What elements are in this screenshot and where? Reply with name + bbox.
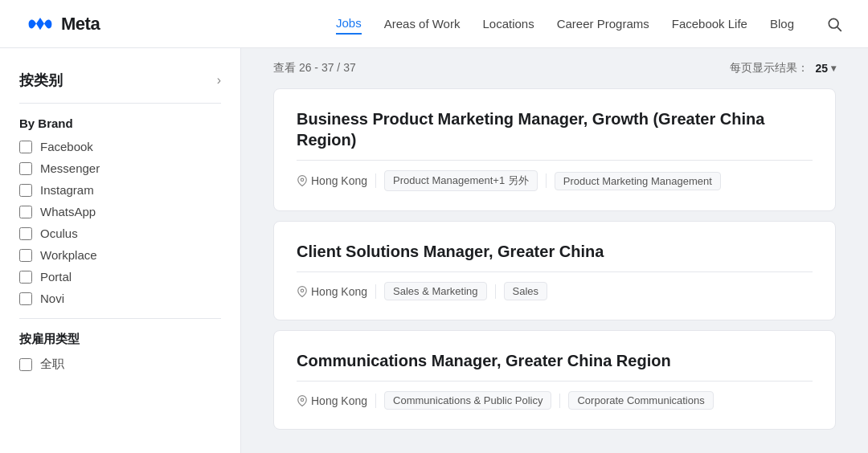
search-icon [826,16,842,32]
location-icon-0 [297,175,308,186]
by-brand-title: By Brand [19,116,221,130]
job-tag-1-1: Sales [504,282,548,300]
nav-blog[interactable]: Blog [770,14,794,34]
per-page-control: 每页显示结果： 25 ▾ [730,61,836,76]
svg-point-0 [829,18,838,28]
chevron-right-icon[interactable]: › [217,73,221,88]
svg-point-4 [301,398,304,402]
sidebar-divider-mid [19,318,221,319]
brand-whatsapp-checkbox[interactable] [19,206,32,218]
job-title-0: Business Product Marketing Manager, Grow… [297,108,813,150]
job-meta-2: Hong Kong Communications & Public Policy… [297,391,813,410]
job-card-2[interactable]: Communications Manager, Greater China Re… [273,330,836,430]
main-content: 查看 26 - 37 / 37 每页显示结果： 25 ▾ Business Pr… [241,48,868,453]
results-viewing: 查看 26 - 37 / 37 [273,61,356,76]
job-location-2: Hong Kong [297,394,367,407]
brand-whatsapp-label: WhatsApp [40,205,96,218]
job-card-1[interactable]: Client Solutions Manager, Greater China … [273,221,836,320]
brand-instagram-checkbox[interactable] [19,184,32,197]
location-icon-1 [297,286,308,297]
job-divider-1 [297,271,813,272]
job-title-2: Communications Manager, Greater China Re… [297,350,813,371]
job-tag-2-0: Communications & Public Policy [384,391,551,410]
per-page-value: 25 [815,62,828,75]
brand-oculus[interactable]: Oculus [19,226,221,240]
page-layout: 按类别 › By Brand Facebook Messenger Instag… [0,48,868,453]
nav-jobs[interactable]: Jobs [336,13,362,35]
job-divider-2 [297,381,813,382]
nav-facebook-life[interactable]: Facebook Life [672,14,747,34]
job-card-0[interactable]: Business Product Marketing Manager, Grow… [273,88,836,211]
employment-type-title: 按雇用类型 [19,332,221,347]
results-bar: 查看 26 - 37 / 37 每页显示结果： 25 ▾ [273,61,836,76]
brand-instagram-label: Instagram [40,183,94,197]
per-page-label: 每页显示结果： [730,61,809,76]
meta-sep-0a [375,173,376,188]
brand-workplace[interactable]: Workplace [19,248,221,262]
brand-workplace-label: Workplace [40,248,97,262]
brand-portal-label: Portal [40,270,72,284]
per-page-select[interactable]: 25 ▾ [815,62,836,75]
brand-novi-checkbox[interactable] [19,292,32,305]
employment-fulltime-checkbox[interactable] [19,358,32,371]
chevron-down-icon: ▾ [831,63,836,74]
meta-sep-2b [559,394,560,408]
brand-whatsapp[interactable]: WhatsApp [19,205,221,218]
brand-portal-checkbox[interactable] [19,271,32,284]
brand-novi-label: Novi [40,292,64,305]
job-tag-0-1: Product Marketing Management [555,172,721,190]
employment-fulltime[interactable]: 全职 [19,357,221,372]
site-header: Meta Jobs Areas of Work Locations Career… [0,0,868,48]
main-nav: Jobs Areas of Work Locations Career Prog… [336,13,842,35]
sidebar-divider-top [19,103,221,104]
nav-career-programs[interactable]: Career Programs [557,14,649,34]
sidebar-section-header: 按类别 › [19,71,221,90]
brand-messenger[interactable]: Messenger [19,161,221,175]
job-location-text-1: Hong Kong [311,285,367,298]
sidebar: 按类别 › By Brand Facebook Messenger Instag… [0,48,241,453]
logo-text: Meta [61,14,100,35]
search-button[interactable] [826,16,842,32]
brand-workplace-checkbox[interactable] [19,249,32,262]
brand-messenger-label: Messenger [40,161,100,175]
nav-locations[interactable]: Locations [482,14,534,34]
meta-sep-1a [375,284,376,299]
meta-sep-1b [495,284,496,299]
brand-oculus-checkbox[interactable] [19,227,32,240]
svg-line-1 [837,27,841,31]
brand-portal[interactable]: Portal [19,270,221,284]
job-title-1: Client Solutions Manager, Greater China [297,241,813,262]
brand-facebook-label: Facebook [40,140,93,153]
job-tag-0-0: Product Management+1 另外 [384,170,538,191]
meta-logo-icon [26,15,55,33]
brand-novi[interactable]: Novi [19,292,221,305]
location-icon-2 [297,395,308,406]
job-location-0: Hong Kong [297,174,367,187]
job-location-1: Hong Kong [297,285,367,298]
brand-oculus-label: Oculus [40,226,78,240]
brand-facebook-checkbox[interactable] [19,141,32,153]
job-divider-0 [297,160,813,161]
brand-instagram[interactable]: Instagram [19,183,221,197]
job-meta-0: Hong Kong Product Management+1 另外 Produc… [297,170,813,191]
meta-sep-2a [375,394,376,408]
svg-point-2 [301,178,304,182]
job-tag-1-0: Sales & Marketing [384,282,487,300]
logo-area: Meta [26,14,100,35]
brand-facebook[interactable]: Facebook [19,140,221,153]
job-meta-1: Hong Kong Sales & Marketing Sales [297,282,813,300]
job-location-text-2: Hong Kong [311,394,367,407]
brand-messenger-checkbox[interactable] [19,162,32,175]
nav-areas-of-work[interactable]: Areas of Work [384,14,461,34]
job-tag-2-1: Corporate Communications [568,391,713,410]
brand-filter-list: Facebook Messenger Instagram WhatsApp Oc… [19,140,221,305]
job-location-text-0: Hong Kong [311,174,367,187]
employment-fulltime-label: 全职 [40,357,64,372]
sidebar-section-title: 按类别 [19,71,63,90]
svg-point-3 [301,289,304,292]
meta-sep-0b [546,173,547,188]
